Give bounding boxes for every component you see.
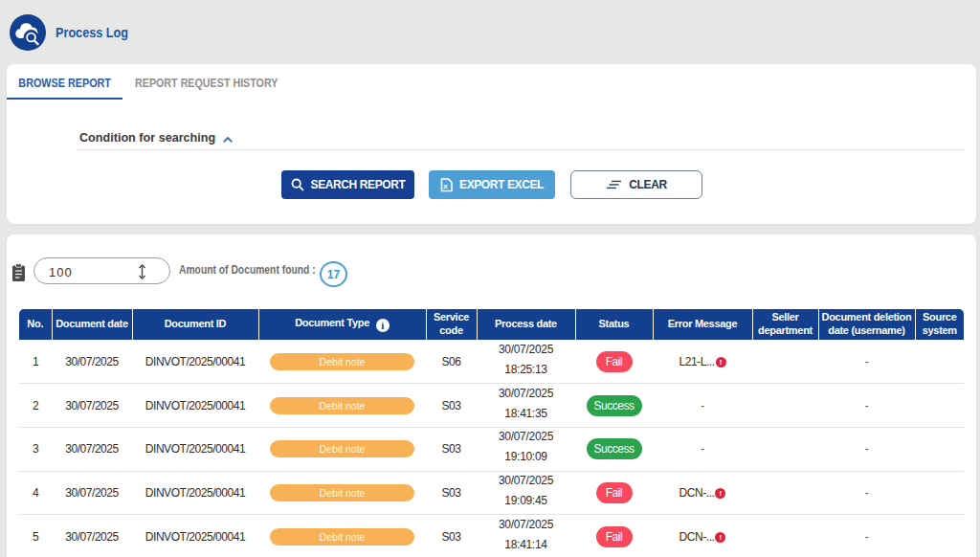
svg-text:x: x xyxy=(443,182,448,190)
